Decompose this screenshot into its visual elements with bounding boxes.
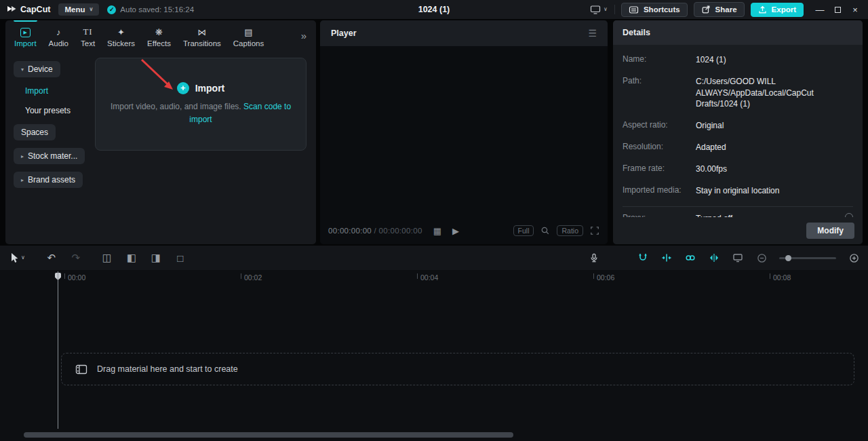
sidebar-item-brand-assets[interactable]: ▸ Brand assets xyxy=(14,172,83,188)
select-tool[interactable]: ∨ xyxy=(9,252,25,263)
media-tabs: ▶ Import ♪ Audio TI Text ✦ Stickers ❋ Ef… xyxy=(5,20,316,52)
tab-audio[interactable]: ♪ Audio xyxy=(43,20,75,47)
titlebar: CapCut Menu ∨ ✓ Auto saved: 15:16:24 102… xyxy=(0,0,868,19)
ruler-tick: 00:00 xyxy=(64,273,85,282)
ruler-label: 00:08 xyxy=(773,273,791,282)
share-button[interactable]: Share xyxy=(694,2,745,17)
cursor-icon xyxy=(9,252,19,263)
zoom-in-button[interactable] xyxy=(848,252,860,264)
autosave-status: ✓ Auto saved: 15:16:24 xyxy=(107,5,194,14)
capcut-logo-icon xyxy=(7,5,17,14)
sidebar-item-device[interactable]: ▾ Device xyxy=(14,61,60,77)
more-tabs-chevron-icon[interactable]: » xyxy=(301,20,313,41)
preview-axis-toggle[interactable] xyxy=(708,252,720,264)
detail-row-path: Path: C:/Users/GOOD WILL ALWAYS/AppData/… xyxy=(623,76,853,110)
player-controls: 00:00:00:00 / 00:00:00:00 ▦ ▶ Full Ratio xyxy=(320,217,608,244)
redo-button[interactable]: ↷ xyxy=(68,250,83,266)
sidebar-item-import[interactable]: Import xyxy=(14,85,48,97)
tab-label: Stickers xyxy=(107,39,135,47)
close-button[interactable]: × xyxy=(846,0,864,19)
tab-transitions[interactable]: ⋈ Transitions xyxy=(177,20,227,47)
auto-snap-toggle[interactable] xyxy=(660,252,673,264)
detail-label: Path: xyxy=(623,76,696,110)
main-track-magnet-toggle[interactable] xyxy=(637,252,649,264)
media-clip-icon xyxy=(75,364,87,375)
split-tool[interactable]: ◫ xyxy=(100,250,115,266)
undo-button[interactable]: ↶ xyxy=(44,250,59,266)
sidebar-item-your-presets[interactable]: Your presets xyxy=(14,104,71,117)
link-clips-toggle[interactable] xyxy=(684,252,696,264)
ruler-tick: 00:06 xyxy=(593,273,614,282)
media-content: + Import Import video, audio, and image … xyxy=(90,52,316,244)
detail-row-aspect-ratio: Aspect ratio: Original xyxy=(623,120,853,132)
minimize-button[interactable]: — xyxy=(811,0,829,19)
export-icon xyxy=(758,5,767,14)
fit-zoom-icon[interactable] xyxy=(540,226,550,235)
zoom-out-button[interactable] xyxy=(755,252,768,264)
capcut-app: CapCut Menu ∨ ✓ Auto saved: 15:16:24 102… xyxy=(0,0,868,441)
detail-label: Frame rate: xyxy=(623,164,696,175)
horizontal-scrollbar[interactable] xyxy=(24,432,513,438)
player-title: Player xyxy=(331,28,357,38)
ratio-button[interactable]: Ratio xyxy=(557,225,583,236)
fullscreen-mode-button[interactable]: Full xyxy=(513,225,534,236)
delete-right-tool[interactable]: ◨ xyxy=(149,250,163,266)
sidebar-item-label: Device xyxy=(28,64,53,74)
titlebar-actions: ∨ Shortcuts Share Export xyxy=(590,0,864,19)
crop-tool[interactable]: □ xyxy=(173,250,188,266)
timeline-ruler[interactable]: 00:00 00:02 00:04 00:06 00:08 xyxy=(0,270,868,285)
play-button[interactable]: ▶ xyxy=(452,226,459,236)
capcut-logo: CapCut xyxy=(4,5,50,14)
text-icon: TI xyxy=(83,26,92,37)
detail-value: Adapted xyxy=(696,142,726,153)
render-preview-toggle[interactable] xyxy=(732,252,744,264)
detail-value: Original xyxy=(696,120,724,132)
plus-icon: + xyxy=(177,82,189,94)
timecode: 00:00:00:00 / 00:00:00:00 xyxy=(328,227,422,235)
import-description: Import video, audio, and image files. Sc… xyxy=(98,100,303,126)
timeline-tools-right xyxy=(637,246,860,270)
media-body: ▾ Device Import Your presets Spaces ▸ St… xyxy=(5,52,316,244)
slider-knob[interactable] xyxy=(785,255,791,261)
export-button[interactable]: Export xyxy=(751,3,804,17)
expand-icon[interactable] xyxy=(590,226,599,235)
timeline-dropzone[interactable]: Drag material here and start to create xyxy=(61,353,854,385)
frame-preview-icon[interactable]: ▦ xyxy=(433,226,441,236)
playhead-line[interactable] xyxy=(58,271,58,429)
media-sidebar: ▾ Device Import Your presets Spaces ▸ St… xyxy=(5,52,90,244)
modify-button[interactable]: Modify xyxy=(806,223,854,239)
tab-text[interactable]: TI Text xyxy=(75,20,101,47)
sidebar-item-stock-materials[interactable]: ▸ Stock mater... xyxy=(14,148,85,164)
ruler-label: 00:06 xyxy=(597,273,614,282)
ruler-tick: 00:04 xyxy=(417,273,438,282)
details-body: Name: 1024 (1) Path: C:/Users/GOOD WILL … xyxy=(613,45,863,217)
details-footer: Modify xyxy=(613,217,863,244)
chevron-down-icon: ∨ xyxy=(604,7,608,12)
maximize-button[interactable] xyxy=(829,0,846,19)
import-title: Import xyxy=(195,83,225,94)
tab-effects[interactable]: ❋ Effects xyxy=(141,20,177,47)
tab-label: Effects xyxy=(147,39,171,47)
tab-import[interactable]: ▶ Import xyxy=(8,20,43,47)
tab-captions[interactable]: ▤ Captions xyxy=(227,20,270,47)
delete-left-tool[interactable]: ◧ xyxy=(124,250,139,266)
detail-label: Aspect ratio: xyxy=(623,120,696,132)
tab-stickers[interactable]: ✦ Stickers xyxy=(101,20,141,47)
timeline-zoom-slider[interactable] xyxy=(779,257,836,259)
sidebar-item-spaces[interactable]: Spaces xyxy=(14,124,56,140)
shortcuts-button[interactable]: Shortcuts xyxy=(621,3,688,17)
import-tab-icon: ▶ xyxy=(20,28,31,37)
record-voiceover-button[interactable] xyxy=(586,250,602,266)
player-menu-icon[interactable]: ☰ xyxy=(588,28,597,39)
import-dropzone[interactable]: + Import Import video, audio, and image … xyxy=(95,58,307,151)
timecode-total: 00:00:00:00 xyxy=(379,227,422,235)
display-selector[interactable]: ∨ xyxy=(590,5,615,14)
monitor-icon xyxy=(590,5,601,14)
detail-value: 30.00fps xyxy=(696,164,727,175)
ruler-tick: 00:02 xyxy=(241,273,262,282)
sticker-icon: ✦ xyxy=(117,26,125,37)
caret-right-icon: ▸ xyxy=(21,177,24,183)
autosave-text: Auto saved: 15:16:24 xyxy=(120,5,194,14)
menu-button[interactable]: Menu ∨ xyxy=(58,3,99,16)
timeline-toolbar: ∨ ↶ ↷ ◫ ◧ ◨ □ xyxy=(0,246,868,270)
